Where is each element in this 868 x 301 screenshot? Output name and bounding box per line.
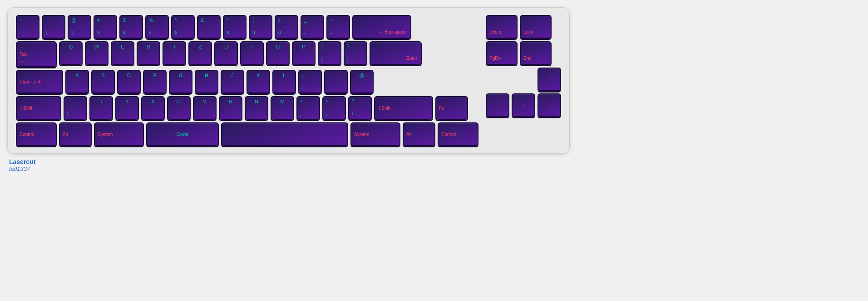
- brand-name: Lasercut: [9, 158, 35, 165]
- brand-info: Lasercut lad1337: [7, 158, 35, 172]
- key-tab[interactable]: ←Tab→: [16, 41, 57, 67]
- key-plus[interactable]: + =: [326, 15, 350, 39]
- key-4[interactable]: $ 4: [119, 15, 143, 39]
- key-e[interactable]: E: [111, 41, 134, 65]
- key-at[interactable]: @: [350, 70, 374, 93]
- key-tilde[interactable]: ~ `: [16, 15, 39, 39]
- key-fn[interactable]: Fn: [435, 96, 468, 120]
- key-m[interactable]: M: [271, 96, 294, 120]
- key-r[interactable]: R: [137, 41, 160, 65]
- key-rbrace[interactable]: } ]: [344, 41, 367, 65]
- key-rctrl[interactable]: Control: [438, 122, 478, 146]
- key-comma[interactable]: < ,: [296, 96, 320, 120]
- key-arrow-left[interactable]: ←: [486, 93, 509, 117]
- key-capslock[interactable]: Caps Lock: [16, 70, 63, 93]
- key-arrow-right[interactable]: →: [538, 93, 561, 117]
- key-quote[interactable]: " ': [324, 70, 348, 93]
- key-n[interactable]: N: [245, 96, 268, 120]
- key-j[interactable]: J: [221, 70, 244, 93]
- key-2[interactable]: @ 2: [68, 15, 91, 39]
- key-h[interactable]: H: [195, 70, 218, 93]
- right-row-1: Delete Lock: [486, 15, 561, 39]
- key-pgdn[interactable]: PgDn: [486, 41, 518, 65]
- key-3[interactable]: # 3: [94, 15, 117, 39]
- key-o[interactable]: O: [266, 41, 290, 65]
- row-asdf: Caps Lock A S D F G H J K L : ; " ': [16, 70, 478, 93]
- row-qwerty: ←Tab→ Q W E R T Z U I O P { [ } ]: [16, 41, 478, 67]
- key-lshift[interactable]: ⇧Shift: [16, 96, 61, 120]
- key-period[interactable]: > .: [322, 96, 346, 120]
- key-lbrace[interactable]: { [: [318, 41, 341, 65]
- key-arrow-down[interactable]: ↓: [512, 93, 535, 117]
- key-0[interactable]: ) 0: [275, 15, 298, 39]
- key-backslash[interactable]: \: [64, 96, 87, 120]
- key-i[interactable]: I: [240, 41, 264, 65]
- key-1[interactable]: ! 1: [42, 15, 65, 39]
- key-end[interactable]: End: [520, 41, 552, 65]
- key-slash[interactable]: ? /: [348, 96, 372, 120]
- key-minus[interactable]: _ -: [301, 15, 324, 39]
- key-9[interactable]: ( 9: [249, 15, 272, 39]
- key-lalt[interactable]: Alt: [59, 122, 92, 146]
- key-lock[interactable]: Lock: [520, 15, 552, 39]
- key-p[interactable]: P: [292, 41, 316, 65]
- arrow-cluster: ↑ ← ↓ →: [486, 68, 561, 117]
- key-rsystem[interactable]: System: [350, 122, 400, 146]
- key-f[interactable]: F: [143, 70, 167, 93]
- main-keys: ~ ` ! 1 @ 2 # 3 $ 4: [16, 15, 478, 146]
- row-shift: ⇧Shift \ I Y X C V B N M < , >: [16, 96, 478, 120]
- key-y[interactable]: Y: [115, 96, 139, 120]
- key-lsystem[interactable]: System: [94, 122, 144, 146]
- right-row-2: PgDn End: [486, 41, 561, 65]
- key-u[interactable]: U: [214, 41, 238, 65]
- key-space[interactable]: [221, 122, 348, 146]
- key-arrow-up[interactable]: ↑: [538, 68, 561, 91]
- row-numbers: ~ ` ! 1 @ 2 # 3 $ 4: [16, 15, 478, 39]
- key-8[interactable]: * 8: [223, 15, 247, 39]
- brand-sub: lad1337: [9, 165, 35, 172]
- key-5[interactable]: % 5: [145, 15, 169, 39]
- key-x[interactable]: X: [141, 96, 165, 120]
- key-enter[interactable]: Enter: [370, 41, 422, 65]
- right-row-arrows: ↑ ← ↓ →: [486, 68, 561, 117]
- key-ralt[interactable]: Alt: [403, 122, 435, 146]
- key-6[interactable]: ^ 6: [171, 15, 195, 39]
- key-t[interactable]: T: [163, 41, 186, 65]
- key-d[interactable]: D: [117, 70, 141, 93]
- key-z[interactable]: Z: [188, 41, 212, 65]
- key-code[interactable]: Code: [146, 122, 219, 146]
- key-q[interactable]: Q: [59, 41, 83, 65]
- key-backspace[interactable]: ← Backspace: [352, 15, 411, 39]
- key-c[interactable]: C: [167, 96, 191, 120]
- row-bottom: Control Alt System Code System Alt: [16, 122, 478, 146]
- arrow-up-row: ↑: [486, 68, 561, 91]
- key-rshift[interactable]: ⇧Shift: [374, 96, 433, 120]
- key-7[interactable]: & 7: [197, 15, 221, 39]
- key-w[interactable]: W: [85, 41, 108, 65]
- key-l[interactable]: L: [272, 70, 296, 93]
- key-colon[interactable]: : ;: [298, 70, 322, 93]
- key-lctrl[interactable]: Control: [16, 122, 57, 146]
- key-s[interactable]: S: [91, 70, 115, 93]
- key-b[interactable]: B: [219, 96, 242, 120]
- key-k[interactable]: K: [247, 70, 270, 93]
- keyboard-container: ~ ` ! 1 @ 2 # 3 $ 4: [7, 7, 570, 154]
- key-i2[interactable]: I: [89, 96, 113, 120]
- right-cluster: Delete Lock PgDn End: [486, 15, 561, 146]
- key-delete[interactable]: Delete: [486, 15, 518, 39]
- arrow-bottom-row: ← ↓ →: [486, 93, 561, 117]
- main-area: ~ ` ! 1 @ 2 # 3 $ 4: [16, 15, 561, 146]
- key-v[interactable]: V: [193, 96, 217, 120]
- key-g[interactable]: G: [169, 70, 192, 93]
- key-a[interactable]: A: [65, 70, 89, 93]
